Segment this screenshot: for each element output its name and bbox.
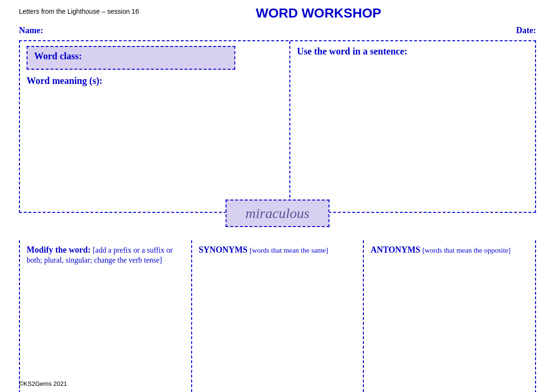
modify-word-title: Modify the word: — [27, 245, 91, 255]
word-class-box[interactable]: Word class: — [27, 46, 235, 70]
synonyms-desc: [words that mean the same] — [250, 246, 328, 254]
name-label: Name: — [19, 26, 43, 36]
antonyms-section: ANTONYMS [words that mean the opposite] — [364, 240, 535, 392]
left-top-panel: Word class: Word meaning (s): — [20, 41, 290, 212]
word-meaning-section: Word meaning (s): — [27, 75, 283, 86]
use-in-sentence-label: Use the word in a sentence: — [297, 46, 528, 57]
modify-word-section: Modify the word: [add a prefix or a suff… — [20, 240, 192, 392]
footer-text: ©KS2Gems 2021 — [19, 380, 67, 387]
featured-word: miraculous — [226, 200, 330, 227]
antonyms-label: ANTONYMS [words that mean the opposite] — [370, 245, 528, 255]
modify-word-label: Modify the word: [add a prefix or a suff… — [27, 245, 185, 265]
synonyms-title: SYNONYMS — [199, 245, 248, 255]
right-top-panel: Use the word in a sentence: — [290, 41, 535, 212]
word-class-label: Word class: — [34, 51, 82, 61]
date-label: Date: — [516, 26, 536, 36]
main-title: WORD WORKSHOP — [101, 6, 536, 21]
featured-word-container: miraculous — [226, 200, 330, 227]
synonyms-label: SYNONYMS [words that mean the same] — [199, 245, 357, 255]
word-meaning-label: Word meaning (s): — [27, 75, 283, 86]
synonyms-section: SYNONYMS [words that mean the same] — [192, 240, 364, 392]
antonyms-desc: [words that mean the opposite] — [423, 246, 511, 254]
antonyms-title: ANTONYMS — [370, 245, 420, 255]
